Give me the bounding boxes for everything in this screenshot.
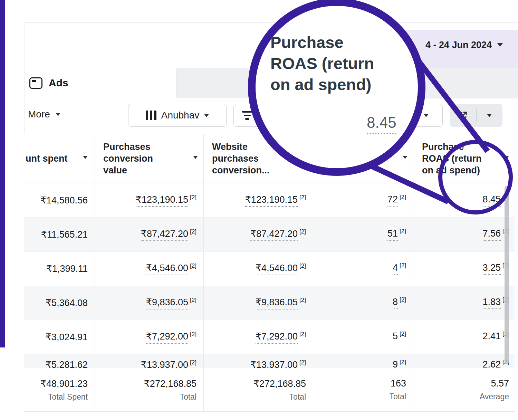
annotation-headline: Purchase ROAS (return on ad spend) bbox=[270, 32, 402, 95]
metric-value[interactable]: 51 bbox=[387, 228, 398, 241]
ads-table: unt spent Purchases conversion value Web… bbox=[24, 134, 515, 412]
export-options-button[interactable] bbox=[477, 104, 503, 127]
col-header-label: unt spent bbox=[26, 153, 68, 164]
table-header-row: unt spent Purchases conversion value Web… bbox=[24, 134, 515, 183]
annotation-value: 8.45 bbox=[367, 114, 396, 134]
columns-preset-label: Anubhav bbox=[161, 110, 200, 121]
metric-value[interactable]: 4 bbox=[393, 262, 398, 275]
sort-caret-icon[interactable] bbox=[504, 156, 509, 159]
table-row: ₹5,364.08 ₹9,836.05[2] ₹9,836.05[2] 8[2]… bbox=[24, 286, 515, 320]
conversion-value-cell: ₹123,190.15[2] bbox=[95, 183, 204, 217]
purchases-cell: 5[2] bbox=[313, 320, 413, 354]
metric-value[interactable]: ₹123,190.15 bbox=[245, 194, 298, 207]
metric-value[interactable]: 8.45 bbox=[483, 194, 501, 207]
metric-value[interactable]: ₹4,546.00 bbox=[146, 262, 188, 275]
roas-cell: 8.45[2] bbox=[413, 183, 515, 217]
amount-spent-cell: ₹14,580.56 bbox=[24, 183, 95, 217]
metric-value[interactable]: ₹87,427.20 bbox=[250, 228, 298, 241]
footnote-marker: [2] bbox=[190, 194, 196, 201]
chevron-down-icon bbox=[497, 43, 503, 47]
metric-value[interactable]: 3.25 bbox=[483, 262, 501, 275]
website-conversion-cell: ₹4,546.00[2] bbox=[204, 252, 313, 286]
metric-value[interactable]: 2.41 bbox=[483, 331, 501, 343]
website-conversion-cell: ₹9,836.05[2] bbox=[204, 286, 313, 320]
conversion-value-cell: ₹7,292.00[2] bbox=[95, 320, 204, 354]
breakdown-button[interactable] bbox=[233, 104, 320, 127]
purchases-cell: 72[2] bbox=[313, 183, 413, 217]
footnote-marker: [2] bbox=[190, 331, 196, 338]
metric-value[interactable]: ₹7,292.00 bbox=[256, 331, 298, 344]
metric-value[interactable]: 5 bbox=[393, 331, 398, 343]
ads-tab-icon bbox=[29, 77, 42, 89]
amount-spent-cell: ₹5,364.08 bbox=[24, 286, 95, 320]
table-row: ₹14,580.56 ₹123,190.15[2] ₹123,190.15[2]… bbox=[24, 183, 515, 217]
col-header-purchases-conversion-value[interactable]: Purchases conversion value bbox=[95, 134, 204, 183]
more-button[interactable]: More bbox=[28, 109, 60, 120]
export-button[interactable] bbox=[450, 104, 476, 127]
columns-icon bbox=[146, 111, 156, 120]
metric-value[interactable]: 8 bbox=[393, 297, 398, 309]
conversion-value-cell: ₹9,836.05[2] bbox=[95, 286, 204, 320]
chevron-down-icon bbox=[424, 114, 429, 117]
left-accent-bar bbox=[0, 0, 5, 347]
conversion-value-cell: ₹87,427.20[2] bbox=[95, 218, 204, 251]
col-header-label: Purchase ROAS (return on ad spend) bbox=[422, 141, 493, 176]
sort-caret-icon[interactable] bbox=[303, 156, 307, 159]
table-row: ₹11,565.21 ₹87,427.20[2] ₹87,427.20[2] 5… bbox=[24, 217, 515, 251]
export-split-button[interactable] bbox=[450, 104, 502, 127]
reports-dropdown-button[interactable] bbox=[410, 104, 443, 127]
footnote-marker: [2] bbox=[299, 359, 306, 366]
date-range-text: 4 - 24 Jun 2024 bbox=[425, 40, 492, 50]
metric-value[interactable]: ₹9,836.05 bbox=[146, 297, 188, 309]
metric-value[interactable]: ₹9,836.05 bbox=[256, 297, 298, 309]
footnote-marker: [2] bbox=[400, 262, 406, 269]
footnote-marker: [2] bbox=[190, 228, 196, 235]
purchases-cell: 51[2] bbox=[313, 218, 413, 251]
more-button-label: More bbox=[28, 109, 50, 120]
roas-cell: 3.25[2] bbox=[413, 252, 515, 286]
footnote-marker: [2] bbox=[190, 297, 196, 304]
footnote-marker: [2] bbox=[299, 228, 306, 235]
total-spent-cell: ₹48,901.23 Total Spent bbox=[24, 368, 95, 411]
table-row: ₹3,024.91 ₹7,292.00[2] ₹7,292.00[2] 5[2]… bbox=[24, 320, 515, 354]
footnote-marker: [2] bbox=[400, 331, 406, 337]
roas-cell: 7.56[2] bbox=[413, 218, 515, 251]
chevron-down-icon bbox=[487, 114, 492, 117]
roas-cell: 1.83[2] bbox=[413, 286, 515, 320]
sort-caret-icon[interactable] bbox=[83, 156, 88, 159]
ads-manager-screenshot: Ads 4 - 24 Jun 2024 More Anubhav bbox=[0, 0, 518, 420]
footnote-marker: [2] bbox=[400, 296, 406, 303]
metric-value[interactable]: ₹7,292.00 bbox=[146, 331, 188, 344]
footnote-marker: [2] bbox=[400, 228, 406, 235]
metric-value[interactable]: ₹123,190.15 bbox=[136, 194, 188, 207]
metric-value[interactable]: ₹4,546.00 bbox=[256, 262, 298, 275]
sort-caret-icon[interactable] bbox=[403, 156, 407, 159]
filter-icon bbox=[242, 111, 252, 120]
website-conversion-cell: ₹7,292.00[2] bbox=[204, 320, 313, 354]
col-header-website-purchases-conversion[interactable]: Website purchases conversion... bbox=[204, 134, 313, 183]
footnote-marker: [2] bbox=[299, 297, 306, 304]
website-conversion-cell: ₹123,190.15[2] bbox=[204, 183, 313, 217]
amount-spent-cell: ₹1,399.11 bbox=[24, 252, 95, 286]
date-range-selector[interactable]: 4 - 24 Jun 2024 bbox=[425, 38, 503, 52]
footnote-marker: [2] bbox=[400, 359, 406, 366]
sort-caret-icon[interactable] bbox=[193, 156, 198, 159]
purchases-cell: 4[2] bbox=[313, 252, 413, 286]
footnote-marker: [2] bbox=[190, 262, 196, 269]
metric-value[interactable]: ₹87,427.20 bbox=[141, 228, 188, 241]
columns-preset-button[interactable]: Anubhav bbox=[128, 104, 227, 127]
col-header-purchases[interactable] bbox=[313, 134, 413, 183]
vertical-scrollbar[interactable] bbox=[505, 186, 509, 364]
total-website-conversion-cell: ₹272,168.85 Total bbox=[204, 368, 313, 411]
export-icon bbox=[458, 111, 468, 120]
col-header-purchase-roas[interactable]: Purchase ROAS (return on ad spend) bbox=[413, 134, 515, 183]
metric-value[interactable]: 72 bbox=[387, 194, 398, 207]
total-purchases-cell: 163 Total bbox=[313, 368, 413, 411]
total-conversion-value-cell: ₹272,168.85 Total bbox=[95, 368, 204, 411]
metric-value[interactable]: 7.56 bbox=[483, 228, 501, 241]
col-header-amount-spent[interactable]: unt spent bbox=[24, 134, 95, 183]
tab-ads[interactable]: Ads bbox=[25, 68, 176, 98]
metric-value[interactable]: 1.83 bbox=[483, 297, 501, 309]
purchases-cell: 8[2] bbox=[313, 286, 413, 320]
footnote-marker: [2] bbox=[299, 331, 306, 338]
